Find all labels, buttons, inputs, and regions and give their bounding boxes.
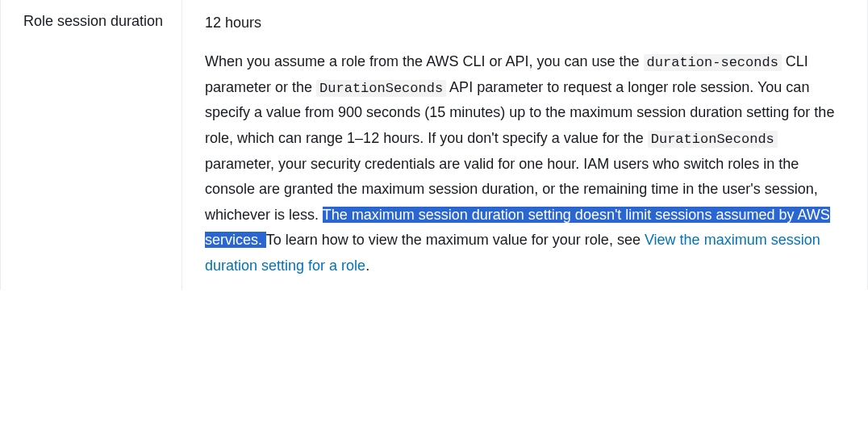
field-description: When you assume a role from the AWS CLI … [205,49,845,279]
role-session-row: Role session duration 12 hours When you … [0,0,868,290]
desc-text-5: To learn how to view the maximum value f… [266,232,645,248]
field-value: 12 hours [205,11,845,35]
desc-text-6: . [365,258,369,274]
code-duration-seconds-api: DurationSeconds [316,80,446,97]
code-duration-seconds-param: DurationSeconds [648,131,778,148]
field-label: Role session duration [23,11,165,31]
value-column: 12 hours When you assume a role from the… [182,0,867,290]
code-duration-seconds: duration-seconds [644,54,782,71]
desc-text-1: When you assume a role from the AWS CLI … [205,53,644,69]
label-column: Role session duration [1,0,182,290]
